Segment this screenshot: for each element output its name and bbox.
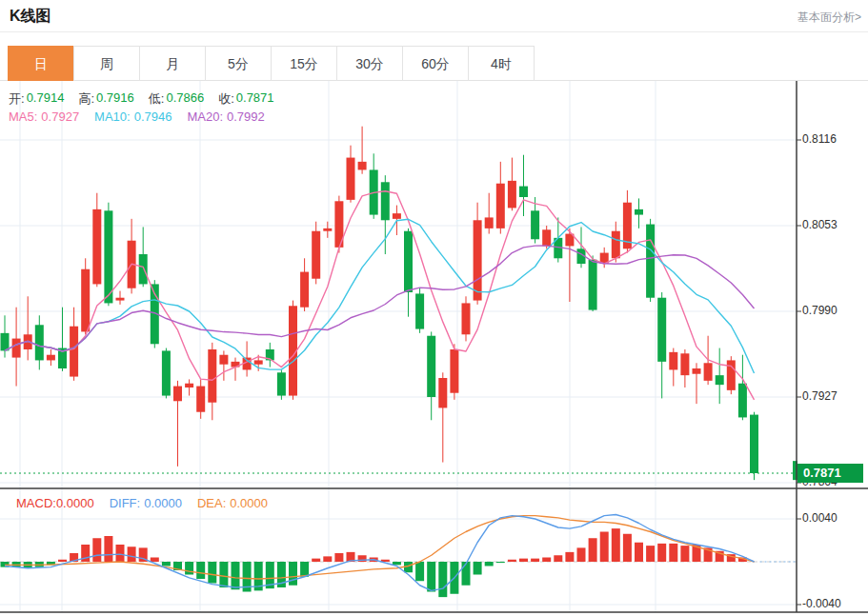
tab-月[interactable]: 月 [139, 46, 206, 81]
macd-readout: MACD: 0.0000 DIFF: 0.0000 DEA: 0.0000 [16, 496, 268, 510]
open-readout: 开: 0.7914 [9, 90, 64, 108]
ma10-label: MA10: [94, 109, 131, 124]
open-label: 开: [9, 90, 25, 108]
high-readout: 高: 0.7916 [78, 90, 133, 108]
tab-60分[interactable]: 60分 [402, 46, 469, 81]
dea-value: 0.0000 [230, 496, 268, 510]
ma10-value: 0.7946 [134, 109, 172, 124]
y-axis-label-0.8116: 0.8116 [802, 132, 837, 146]
macd-value: 0.0000 [56, 496, 94, 510]
tab-周[interactable]: 周 [73, 46, 140, 81]
ma20-label: MA20: [187, 109, 223, 124]
close-label: 收: [218, 90, 234, 108]
tab-4时[interactable]: 4时 [468, 46, 535, 81]
y-axis-label-0.7990: 0.7990 [802, 304, 838, 317]
open-value: 0.7914 [27, 90, 65, 108]
diff-label: DIFF: [110, 496, 141, 510]
ma10-readout: MA10: 0.7946 [94, 109, 172, 124]
candles-layer [1, 127, 759, 480]
ma5-readout: MA5: 0.7927 [9, 109, 79, 124]
ma20-value: 0.7992 [227, 109, 265, 124]
period-tab-bar: 日周月5分15分30分60分4时 [8, 46, 535, 81]
low-readout: 低: 0.7866 [149, 90, 204, 108]
current-price-tag: 0.7871 [797, 464, 863, 483]
ma-readout: MA5: 0.7927 MA10: 0.7946 MA20: 0.7992 [9, 109, 265, 124]
macd-histogram [1, 528, 747, 597]
y-axis-label-0.8053: 0.8053 [802, 218, 838, 231]
close-readout: 收: 0.7871 [218, 90, 273, 108]
ma5-line [5, 191, 755, 400]
macd-label: MACD: [16, 496, 56, 510]
tab-5分[interactable]: 5分 [205, 46, 272, 81]
close-value: 0.7871 [236, 90, 274, 108]
ohlc-readout: 开: 0.7914 高: 0.7916 低: 0.7866 收: 0.7871 [9, 90, 274, 108]
high-label: 高: [78, 90, 94, 108]
diff-value: 0.0000 [144, 496, 182, 510]
y-axis-label-0.7927: 0.7927 [802, 389, 838, 403]
tab-日[interactable]: 日 [8, 46, 74, 81]
ma5-label: MA5: [9, 109, 37, 124]
dea-label: DEA: [197, 496, 226, 510]
low-label: 低: [149, 90, 165, 108]
ma5-value: 0.7927 [41, 109, 79, 124]
diff-value-readout: DIFF: 0.0000 [110, 496, 182, 510]
high-value: 0.7916 [96, 90, 134, 108]
macd-value-readout: MACD: 0.0000 [16, 496, 94, 510]
dea-value-readout: DEA: 0.0000 [197, 496, 268, 510]
macd-axis-label-0.0040: 0.0040 [802, 511, 838, 525]
ma10-line [5, 219, 755, 373]
tab-30分[interactable]: 30分 [336, 46, 403, 81]
low-value: 0.7866 [166, 90, 204, 108]
macd-axis-label--0.0040: -0.0040 [802, 597, 841, 610]
tab-15分[interactable]: 15分 [271, 46, 337, 81]
ma20-readout: MA20: 0.7992 [187, 109, 264, 124]
